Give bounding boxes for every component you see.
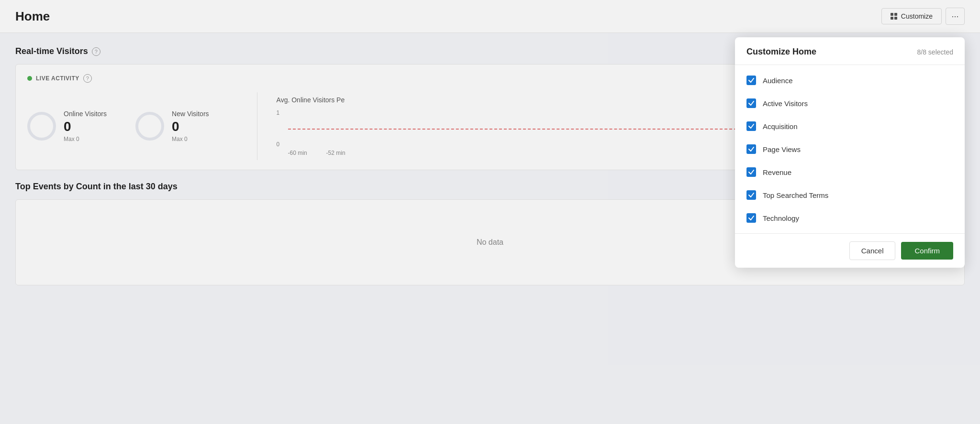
checkbox-item-acquisition[interactable]: Acquisition xyxy=(735,115,965,138)
checkbox-acquisition xyxy=(746,121,756,131)
panel-title: Customize Home xyxy=(746,47,816,57)
panel-header: Customize Home 8/8 selected xyxy=(735,37,965,65)
checkbox-revenue xyxy=(746,167,756,177)
checkbox-page-views xyxy=(746,144,756,154)
customize-panel: Customize Home 8/8 selected AudienceActi… xyxy=(735,37,965,268)
confirm-button[interactable]: Confirm xyxy=(901,242,953,260)
checkbox-label-acquisition: Acquisition xyxy=(763,122,798,130)
checkbox-item-audience[interactable]: Audience xyxy=(735,69,965,92)
checkbox-label-page-views: Page Views xyxy=(763,145,801,153)
checkbox-label-active-visitors: Active Visitors xyxy=(763,99,808,108)
checkbox-label-revenue: Revenue xyxy=(763,168,791,176)
checkbox-item-top-searched-terms[interactable]: Top Searched Terms xyxy=(735,184,965,207)
panel-footer: Cancel Confirm xyxy=(735,233,965,268)
checkbox-label-audience: Audience xyxy=(763,76,793,85)
checkbox-audience xyxy=(746,76,756,85)
panel-count: 8/8 selected xyxy=(917,48,954,56)
checkbox-label-technology: Technology xyxy=(763,214,799,222)
checkbox-item-active-visitors[interactable]: Active Visitors xyxy=(735,92,965,115)
checkbox-item-page-views[interactable]: Page Views xyxy=(735,138,965,161)
checkbox-active-visitors xyxy=(746,98,756,108)
panel-body: AudienceActive VisitorsAcquisitionPage V… xyxy=(735,65,965,233)
checkbox-item-revenue[interactable]: Revenue xyxy=(735,161,965,184)
checkbox-top-searched-terms xyxy=(746,190,756,200)
checkbox-label-top-searched-terms: Top Searched Terms xyxy=(763,191,828,199)
checkbox-item-technology[interactable]: Technology xyxy=(735,207,965,229)
cancel-button[interactable]: Cancel xyxy=(849,241,896,260)
checkbox-technology xyxy=(746,213,756,223)
